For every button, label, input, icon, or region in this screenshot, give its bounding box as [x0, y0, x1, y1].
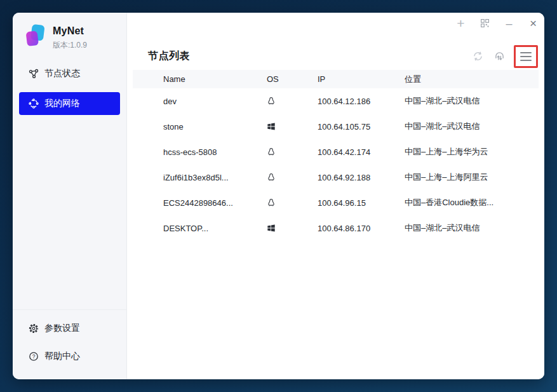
node-ip: 100.64.96.15: [318, 198, 405, 208]
node-name: stone: [163, 122, 267, 132]
sidebar-nav: 节点状态 我的网络: [13, 62, 126, 115]
app-name: MyNet: [53, 25, 87, 37]
windows-icon: [267, 122, 276, 131]
add-button[interactable]: +: [453, 15, 469, 31]
node-name: iZuf6i1b3ex8d5l...: [163, 173, 267, 182]
node-location: 中国–湖北–武汉电信: [405, 95, 539, 107]
main-panel: + – × 节点列表: [127, 13, 544, 379]
node-os-cell: [267, 122, 318, 131]
node-os-cell: [267, 97, 318, 105]
window-controls: + – ×: [453, 15, 541, 31]
sidebar-item-label: 节点状态: [44, 68, 80, 79]
sidebar: MyNet 版本:1.0.9 节点状态: [13, 13, 127, 379]
close-button[interactable]: ×: [525, 15, 541, 31]
node-location: 中国–香港Cloudie数据...: [405, 197, 539, 208]
network-globe-icon: [29, 98, 39, 109]
node-ip: 100.64.12.186: [318, 97, 405, 106]
page-title: 节点列表: [148, 50, 190, 63]
node-name: hcss-ecs-5808: [163, 147, 267, 157]
sidebar-item-help[interactable]: ? 帮助中心: [19, 342, 120, 370]
table-row[interactable]: iZuf6i1b3ex8d5l... 100.64.92.188 中国–上海–上…: [133, 165, 539, 190]
annotation-highlight-box: [514, 45, 538, 68]
node-ip: 100.64.92.188: [318, 173, 405, 182]
linux-icon: [267, 198, 276, 207]
sidebar-item-label: 我的网络: [44, 98, 80, 109]
node-name: DESKTOP...: [163, 224, 267, 233]
sidebar-item-node-status[interactable]: 节点状态: [19, 62, 120, 85]
sidebar-item-my-network[interactable]: 我的网络: [19, 92, 120, 115]
sidebar-item-settings[interactable]: 参数设置: [19, 314, 120, 342]
header-toolbar: [470, 44, 538, 68]
sidebar-item-label: 参数设置: [44, 323, 80, 334]
node-os-cell: [267, 224, 318, 233]
refresh-button[interactable]: [470, 49, 485, 64]
node-os-cell: [267, 198, 318, 207]
node-table: Name OS IP 位置 dev 100.64.12.186 中国–湖北–武汉…: [133, 70, 539, 241]
svg-text:?: ?: [32, 353, 36, 360]
column-header-location: 位置: [405, 74, 539, 85]
app-window: MyNet 版本:1.0.9 节点状态: [13, 13, 544, 379]
sidebar-item-label: 帮助中心: [44, 351, 80, 362]
help-circle-icon: ?: [29, 351, 39, 362]
table-row[interactable]: dev 100.64.12.186 中国–湖北–武汉电信: [133, 88, 539, 114]
table-row[interactable]: ECS2442898646... 100.64.96.15 中国–香港Cloud…: [133, 190, 539, 215]
node-os-cell: [267, 173, 318, 182]
upload-download-button[interactable]: [492, 49, 507, 64]
node-os-cell: [267, 147, 318, 156]
linux-icon: [267, 173, 276, 182]
windows-icon: [267, 224, 276, 233]
column-header-name: Name: [163, 74, 267, 84]
table-row[interactable]: hcss-ecs-5808 100.64.42.174 中国–上海–上海华为云: [133, 139, 539, 165]
node-location: 中国–湖北–武汉电信: [405, 222, 539, 234]
app-logo-icon: [25, 24, 46, 48]
node-name: dev: [163, 97, 267, 106]
node-location: 中国–上海–上海阿里云: [405, 172, 539, 183]
app-logo-block: MyNet 版本:1.0.9: [13, 13, 126, 51]
app-version: 版本:1.0.9: [53, 40, 87, 51]
linux-icon: [267, 147, 276, 156]
menu-button[interactable]: [520, 52, 532, 61]
node-ip: 100.64.105.75: [318, 122, 405, 132]
node-location: 中国–上海–上海华为云: [405, 146, 539, 158]
column-header-os: OS: [267, 74, 318, 84]
node-ip: 100.64.42.174: [318, 147, 405, 157]
minimize-button[interactable]: –: [501, 15, 517, 31]
sidebar-bottom-nav: 参数设置 ? 帮助中心: [13, 309, 126, 379]
column-header-ip: IP: [318, 74, 405, 84]
linux-icon: [267, 97, 276, 105]
node-name: ECS2442898646...: [163, 198, 267, 208]
sidebar-spacer: [13, 115, 126, 309]
node-ip: 100.64.86.170: [318, 224, 405, 233]
node-location: 中国–湖北–武汉电信: [405, 121, 539, 132]
table-row[interactable]: DESKTOP... 100.64.86.170 中国–湖北–武汉电信: [133, 215, 539, 241]
qr-code-button[interactable]: [477, 15, 493, 31]
table-row[interactable]: stone 100.64.105.75 中国–湖北–武汉电信: [133, 114, 539, 139]
share-nodes-icon: [29, 69, 39, 79]
table-body: dev 100.64.12.186 中国–湖北–武汉电信 stone 100.6…: [133, 88, 539, 241]
gear-icon: [29, 323, 39, 334]
table-header-row: Name OS IP 位置: [133, 70, 539, 88]
